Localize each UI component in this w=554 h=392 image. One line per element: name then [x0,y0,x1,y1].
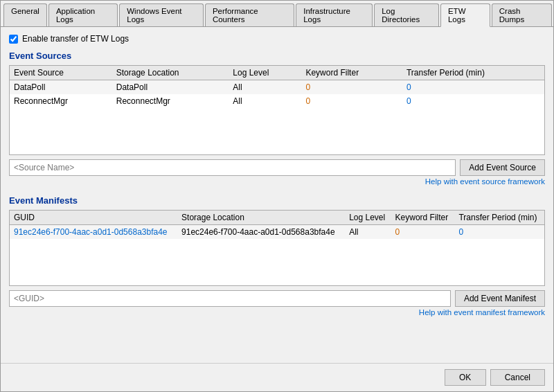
tab-windows-event-logs[interactable]: Windows Event Logs [119,3,204,26]
col-keyword-filter: Keyword Filter [301,66,402,80]
event-manifests-section: Event Manifests GUID Storage Location Lo… [9,195,545,319]
source-log-level-cell: All [229,94,301,108]
manifest-transfer-cell: 0 [454,225,544,240]
manifest-storage-cell: 91ec24e6-f700-4aac-a0d1-0d568a3bfa4e [177,225,345,240]
event-sources-table-container: Event Source Storage Location Log Level … [9,65,545,155]
col-event-source: Event Source [10,66,112,80]
source-name-cell: ReconnectMgr [10,94,112,108]
col-manifest-keyword: Keyword Filter [391,211,455,225]
source-name-input[interactable] [9,159,456,176]
col-manifest-transfer: Transfer Period (min) [454,211,544,225]
enable-checkbox-label: Enable transfer of ETW Logs [22,34,129,44]
source-keyword-cell: 0 [301,94,402,108]
manifest-log-level-cell: All [345,225,391,240]
source-transfer-cell: 0 [402,94,544,108]
col-manifest-storage: Storage Location [177,211,345,225]
tab-application-logs[interactable]: Application Logs [48,3,118,26]
table-row[interactable]: 91ec24e6-f700-4aac-a0d1-0d568a3bfa4e 91e… [10,225,544,240]
event-sources-section: Event Sources Event Source Storage Locat… [9,51,545,188]
tab-log-directories[interactable]: Log Directories [374,3,439,26]
tab-infrastructure-logs[interactable]: Infrastructure Logs [296,3,373,26]
event-sources-title: Event Sources [9,51,545,61]
guid-input[interactable] [9,290,451,307]
source-keyword-cell: 0 [301,80,402,95]
manifest-guid-cell: 91ec24e6-f700-4aac-a0d1-0d568a3bfa4e [10,225,177,240]
col-transfer-period: Transfer Period (min) [402,66,544,80]
event-sources-table: Event Source Storage Location Log Level … [10,66,544,108]
footer: OK Cancel [1,363,553,391]
event-manifests-table-container: GUID Storage Location Log Level Keyword … [9,210,545,286]
main-content: Enable transfer of ETW Logs Event Source… [1,27,553,363]
enable-checkbox[interactable] [9,35,18,44]
tab-performance-counters[interactable]: Performance Counters [205,3,294,26]
source-storage-cell: DataPoll [112,80,229,95]
add-event-source-button[interactable]: Add Event Source [460,159,545,176]
ok-button[interactable]: OK [445,369,486,386]
col-log-level: Log Level [229,66,301,80]
event-sources-header-row: Event Source Storage Location Log Level … [10,66,544,80]
event-manifests-input-row: Add Event Manifest [9,290,545,307]
source-log-level-cell: All [229,80,301,95]
col-storage-location: Storage Location [112,66,229,80]
source-transfer-cell: 0 [402,80,544,95]
table-row[interactable]: DataPoll DataPoll All 0 0 [10,80,544,95]
event-manifest-help-link[interactable]: Help with event manifest framework [9,308,545,317]
enable-checkbox-row: Enable transfer of ETW Logs [9,34,545,44]
event-source-help-link[interactable]: Help with event source framework [9,177,545,186]
tab-general[interactable]: General [3,3,47,26]
event-sources-input-row: Add Event Source [9,159,545,176]
source-storage-cell: ReconnectMgr [112,94,229,108]
col-guid: GUID [10,211,177,225]
source-name-cell: DataPoll [10,80,112,95]
dialog: General Application Logs Windows Event L… [0,0,554,392]
event-manifests-title: Event Manifests [9,195,545,206]
col-manifest-log-level: Log Level [345,211,391,225]
tab-bar: General Application Logs Windows Event L… [1,1,553,27]
add-event-manifest-button[interactable]: Add Event Manifest [455,290,545,307]
tab-etw-logs[interactable]: ETW Logs [440,3,490,27]
event-manifests-table: GUID Storage Location Log Level Keyword … [10,211,544,239]
table-row[interactable]: ReconnectMgr ReconnectMgr All 0 0 [10,94,544,108]
manifest-keyword-cell: 0 [391,225,455,240]
tab-crash-dumps[interactable]: Crash Dumps [492,3,552,26]
cancel-button[interactable]: Cancel [490,369,545,386]
event-manifests-header-row: GUID Storage Location Log Level Keyword … [10,211,544,225]
